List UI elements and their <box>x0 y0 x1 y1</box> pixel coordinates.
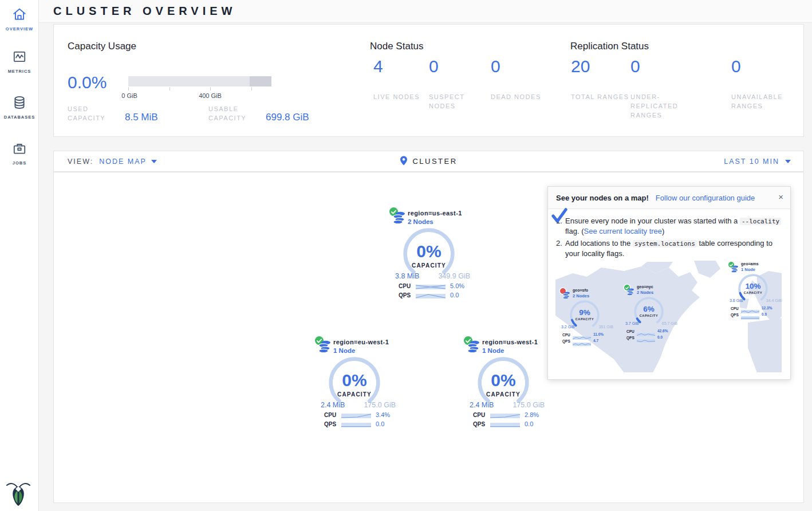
cpu-sparkline <box>490 411 520 418</box>
capacity-caption: CAPACITY <box>624 314 673 317</box>
node-map-panel: region=us-east-1 2 Nodes 0% CAPACITY 3.8… <box>53 172 804 503</box>
replication-status-title: Replication Status <box>570 41 649 52</box>
node-stack-icon <box>392 211 406 226</box>
sidebar-item-jobs[interactable]: JOBS <box>0 141 39 166</box>
stat-label: UNAVAILABLE RANGES <box>731 93 791 111</box>
capacity-caption: CAPACITY <box>380 262 478 269</box>
time-range-dropdown[interactable]: LAST 10 MIN <box>724 158 791 166</box>
node-stack-icon <box>318 340 332 355</box>
capacity-caption: CAPACITY <box>560 317 609 321</box>
breadcrumb-label: CLUSTER <box>412 157 457 166</box>
cpu-sparkline <box>637 329 655 333</box>
stat-label: USED CAPACITY <box>68 105 117 123</box>
cpu-value: 11.0% <box>593 332 604 336</box>
cpu-label: CPU <box>731 306 739 310</box>
node-map-setup-popup: See your nodes on a map! Follow our conf… <box>547 186 791 380</box>
suspect-nodes-stat: 0 SUSPECT NODES <box>429 57 491 111</box>
region-label: region=eu-west-1 <box>333 339 389 345</box>
capacity-bar-segment <box>250 76 271 87</box>
usable-value: 349.9 GiB <box>438 272 470 280</box>
close-icon[interactable]: × <box>778 192 783 202</box>
used-value: 2.4 MiB <box>470 401 494 409</box>
page-title: CLUSTER OVERVIEW <box>53 5 236 18</box>
usable-value: 175.0 GiB <box>364 401 396 409</box>
cockroachdb-logo[interactable] <box>6 480 31 506</box>
cpu-label: CPU <box>473 412 485 418</box>
stat-label: LIVE NODES <box>373 93 429 102</box>
node-group-eu-west-1[interactable]: region=eu-west-1 1 Node 0% CAPACITY 2.4 … <box>306 334 403 431</box>
nodes-count-link[interactable]: 1 Node <box>333 347 355 354</box>
sidebar-item-overview[interactable]: OVERVIEW <box>0 7 39 32</box>
locality-flag-code: --locality <box>740 218 781 225</box>
sidebar-item-label: METRICS <box>0 69 39 74</box>
locality-breadcrumb[interactable]: CLUSTER <box>54 156 803 167</box>
guide-step-1: 1.Ensure every node in your cluster was … <box>556 216 782 237</box>
cpu-value: 42.6% <box>657 329 668 333</box>
qps-value: 0.0 <box>525 420 533 427</box>
node-group-us-west-1[interactable]: region=us-west-1 1 Node 0% CAPACITY 2.4 … <box>455 334 552 431</box>
qps-value: 0.0 <box>762 312 767 316</box>
nodes-count-link[interactable]: 1 Node <box>482 347 504 354</box>
qps-sparkline <box>573 339 591 343</box>
qps-sparkline <box>741 312 759 317</box>
used-capacity-stat: USED CAPACITY 8.5 MiB <box>68 105 158 123</box>
capacity-percent: 0% <box>455 371 552 390</box>
capacity-tick <box>170 87 170 91</box>
capacity-caption: CAPACITY <box>728 291 778 294</box>
stat-value: 8.5 MiB <box>125 112 158 123</box>
usable-value: 34.4 GiB <box>766 298 782 302</box>
capacity-usage-title: Capacity Usage <box>68 41 136 52</box>
capacity-caption: CAPACITY <box>306 391 403 398</box>
cpu-label: CPU <box>324 412 336 418</box>
home-icon <box>12 14 27 23</box>
live-nodes-stat: 4 LIVE NODES <box>373 57 429 111</box>
cpu-label: CPU <box>626 329 634 333</box>
database-icon <box>12 102 27 112</box>
used-value: 3.6 GiB <box>730 298 743 302</box>
metrics-icon <box>12 56 27 66</box>
stat-label: UNDER-REPLICATED RANGES <box>630 93 691 120</box>
usable-capacity-stat: USABLE CAPACITY 699.8 GiB <box>208 105 309 123</box>
sidebar-item-metrics[interactable]: METRICS <box>0 49 39 74</box>
qps-sparkline <box>341 420 371 427</box>
capacity-tick-label: 400 GiB <box>199 92 222 99</box>
sidebar: OVERVIEW METRICS DATABASES JOBS <box>0 0 39 511</box>
step-text: ) <box>662 227 664 235</box>
cpu-sparkline <box>416 282 446 289</box>
capacity-percent: 0% <box>306 371 403 390</box>
view-bar: VIEW: NODE MAP CLUSTER LAST 10 MIN <box>53 151 804 172</box>
qps-label: QPS <box>324 421 336 427</box>
step-done-check-icon <box>551 208 567 225</box>
capacity-tick-label: 0 GiB <box>121 92 137 99</box>
usable-value: 65.7 GiB <box>662 321 677 325</box>
sidebar-item-label: OVERVIEW <box>0 26 39 32</box>
sidebar-item-label: JOBS <box>0 160 39 166</box>
stat-value: 20 <box>571 57 630 76</box>
sidebar-item-databases[interactable]: DATABASES <box>0 95 39 120</box>
configuration-guide-link[interactable]: Follow our configuration guide <box>656 194 755 202</box>
node-status-title: Node Status <box>370 41 424 52</box>
stat-value: 0 <box>429 57 491 76</box>
nodes-count-link[interactable]: 2 Nodes <box>408 218 433 225</box>
qps-label: QPS <box>473 421 485 427</box>
capacity-bar <box>128 76 271 87</box>
region-label: region=us-west-1 <box>482 339 538 345</box>
capacity-caption: CAPACITY <box>455 391 552 398</box>
under-replicated-ranges-stat: 0 UNDER-REPLICATED RANGES <box>630 57 731 120</box>
chevron-down-icon <box>785 160 791 163</box>
node-group-us-east-1[interactable]: region=us-east-1 2 Nodes 0% CAPACITY 3.8… <box>380 205 478 302</box>
cpu-value: 12.3% <box>762 306 772 310</box>
qps-label: QPS <box>626 336 634 340</box>
locality-tree-link[interactable]: See current locality tree <box>584 227 663 235</box>
stat-value: 0 <box>731 57 800 76</box>
unavailable-ranges-stat: 0 UNAVAILABLE RANGES <box>731 57 800 120</box>
step-number: 2. <box>556 238 562 249</box>
cpu-value: 2.8% <box>525 411 539 418</box>
cpu-value: 5.0% <box>450 282 464 289</box>
qps-label: QPS <box>562 339 570 343</box>
step-text: Add locations to the <box>565 239 633 247</box>
system-locations-code: system.locations <box>633 240 697 247</box>
nodes-count: 2 Nodes <box>573 293 589 298</box>
briefcase-icon <box>12 148 27 158</box>
stat-value: 4 <box>373 57 429 76</box>
